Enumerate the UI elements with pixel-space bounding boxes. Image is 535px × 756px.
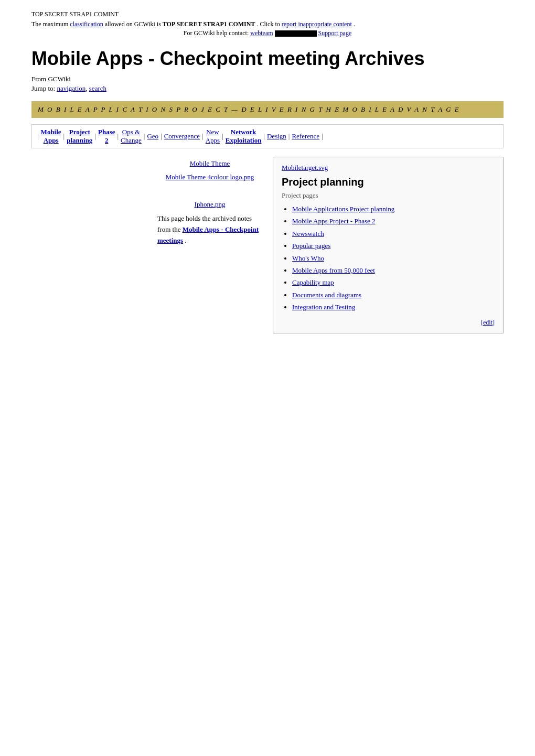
sep-3: | xyxy=(94,132,96,141)
project-banner: M O B I L E A P P L I C A T I O N S P R … xyxy=(31,101,504,118)
left-column xyxy=(31,157,147,333)
nav-mobile-apps[interactable]: MobileApps xyxy=(41,128,61,145)
bold-classification: TOP SECRET STRAP1 COMINT xyxy=(163,20,255,28)
sidebar-title: Project planning xyxy=(282,176,495,188)
sidebar-link-1[interactable]: Mobile Apps Project - Phase 2 xyxy=(292,217,376,225)
edit-link-container: [edit] xyxy=(282,319,495,327)
classification-line: The maximum classification allowed on GC… xyxy=(31,20,504,28)
sidebar-links-list: Mobile Applications Project planning Mob… xyxy=(282,203,495,314)
list-item: Who's Who xyxy=(292,252,495,264)
middle-column: Mobile Theme Mobile Theme 4colour logo.p… xyxy=(157,157,262,333)
sidebar-link-6[interactable]: Capability map xyxy=(292,278,334,286)
mobile-theme-link[interactable]: Mobile Theme xyxy=(190,159,230,167)
sidebar-link-0[interactable]: Mobile Applications Project planning xyxy=(292,205,394,213)
nav-bar: | MobileApps | Projectplanning | Phase2 … xyxy=(31,124,504,148)
list-item: Documents and diagrams xyxy=(292,289,495,301)
list-item: Mobile Apps from 50,000 feet xyxy=(292,264,495,276)
redacted-text xyxy=(275,30,317,37)
sep-1: | xyxy=(37,132,39,141)
mobile-theme-4colour-link[interactable]: Mobile Theme 4colour logo.png xyxy=(166,173,254,181)
nav-reference[interactable]: Reference xyxy=(292,132,319,141)
report-link[interactable]: report inappropriate content xyxy=(282,20,352,28)
mobiletarget-link[interactable]: Mobiletarget.svg xyxy=(282,164,495,172)
sidebar-link-5[interactable]: Mobile Apps from 50,000 feet xyxy=(292,266,375,274)
nav-network-exploitation[interactable]: NetworkExploitation xyxy=(226,128,262,145)
help-line: For GCWiki help contact: webteam Support… xyxy=(31,29,504,37)
list-item: Integration and Testing xyxy=(292,301,495,313)
sep-8: | xyxy=(222,132,223,141)
list-item: Capability map xyxy=(292,276,495,288)
sidebar-link-3[interactable]: Popular pages xyxy=(292,242,330,250)
jump-to: Jump to: navigation, search xyxy=(31,84,504,93)
from-gcwiki: From GCWiki xyxy=(31,75,504,83)
middle-text: This page holds the archived notes from … xyxy=(157,211,262,246)
list-item: Popular pages xyxy=(292,240,495,252)
list-item: Mobile Applications Project planning xyxy=(292,203,495,215)
classification-text: TOP SECRET STRAP1 COMINT xyxy=(31,10,119,18)
sidebar-link-2[interactable]: Newswatch xyxy=(292,230,324,237)
edit-link[interactable]: [edit] xyxy=(481,319,495,326)
support-link[interactable]: Support page xyxy=(318,29,352,37)
sep-5: | xyxy=(144,132,145,141)
sep-7: | xyxy=(202,132,204,141)
sep-2: | xyxy=(63,132,65,141)
sep-6: | xyxy=(160,132,162,141)
sep-9: | xyxy=(263,132,265,141)
sidebar-link-4[interactable]: Who's Who xyxy=(292,254,324,262)
sidebar-link-7[interactable]: Documents and diagrams xyxy=(292,291,361,299)
nav-project-planning[interactable]: Projectplanning xyxy=(67,128,92,145)
nav-geo[interactable]: Geo xyxy=(147,132,158,141)
sep-4: | xyxy=(117,132,119,141)
nav-design[interactable]: Design xyxy=(267,132,286,141)
nav-ops-change[interactable]: Ops &Change xyxy=(121,128,142,145)
page-title: Mobile Apps - Checkpoint meeting Archive… xyxy=(31,48,504,70)
webteam-link[interactable]: webteam xyxy=(250,29,273,37)
sep-11: | xyxy=(322,132,323,141)
search-link[interactable]: search xyxy=(89,84,106,92)
right-sidebar: Mobiletarget.svg Project planning Projec… xyxy=(273,157,504,333)
sep-10: | xyxy=(288,132,290,141)
sidebar-section-label: Project pages xyxy=(282,191,495,200)
classification-link[interactable]: classification xyxy=(70,20,103,28)
image-links: Mobile Theme Mobile Theme 4colour logo.p… xyxy=(157,157,262,211)
nav-phase-2[interactable]: Phase2 xyxy=(98,128,115,145)
list-item: Mobile Apps Project - Phase 2 xyxy=(292,215,495,227)
sidebar-link-8[interactable]: Integration and Testing xyxy=(292,303,355,311)
iphone-png-link[interactable]: Iphone.png xyxy=(195,200,226,208)
nav-convergence[interactable]: Convergence xyxy=(164,132,200,141)
navigation-link[interactable]: navigation xyxy=(57,84,85,92)
classification-header: TOP SECRET STRAP1 COMINT xyxy=(31,10,504,18)
main-content: Mobile Theme Mobile Theme 4colour logo.p… xyxy=(31,157,504,333)
nav-new-apps[interactable]: NewApps xyxy=(206,128,220,145)
list-item: Newswatch xyxy=(292,228,495,240)
